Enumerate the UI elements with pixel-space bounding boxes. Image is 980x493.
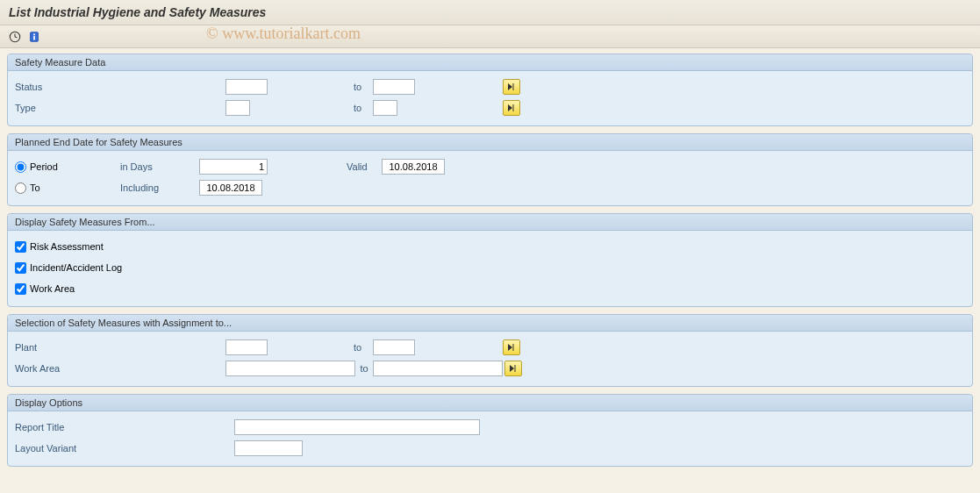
including-label: Including — [120, 182, 199, 193]
arrow-right-icon — [507, 104, 516, 112]
group-display-from: Display Safety Measures From... Risk Ass… — [7, 213, 973, 307]
workarea-from-input[interactable] — [225, 361, 355, 376]
report-title-input[interactable] — [234, 419, 480, 435]
report-title-label: Report Title — [15, 422, 129, 432]
in-days-label: in Days — [120, 161, 199, 172]
group-title: Display Safety Measures From... — [8, 214, 972, 231]
toolbar — [0, 25, 980, 48]
incident-checkbox[interactable] — [15, 262, 26, 274]
layout-variant-label: Layout Variant — [15, 443, 129, 454]
workarea-label: Work Area — [15, 363, 120, 374]
plant-label: Plant — [15, 342, 120, 353]
layout-variant-input[interactable] — [234, 440, 303, 456]
valid-label: Valid — [347, 161, 382, 172]
to-label: to — [347, 82, 373, 92]
svg-rect-4 — [33, 33, 35, 35]
workarea-to-input[interactable] — [373, 361, 503, 376]
plant-to-input[interactable] — [373, 339, 415, 355]
type-from-input[interactable] — [225, 100, 250, 116]
group-display-options: Display Options Report Title Layout Vari… — [7, 394, 973, 467]
status-to-input[interactable] — [373, 79, 415, 95]
group-title: Display Options — [8, 395, 972, 411]
risk-checkbox-wrap[interactable]: Risk Assessment — [15, 241, 104, 253]
status-multiselect-button[interactable] — [503, 79, 520, 95]
execute-button[interactable] — [7, 29, 23, 45]
incident-label: Incident/Accident Log — [30, 262, 122, 273]
svg-rect-5 — [33, 36, 35, 39]
workarea-label: Work Area — [30, 283, 75, 294]
clock-exec-icon — [9, 31, 21, 43]
plant-multiselect-button[interactable] — [503, 339, 520, 355]
content: Safety Measure Data Status to Type to — [0, 48, 980, 472]
incident-checkbox-wrap[interactable]: Incident/Accident Log — [15, 262, 122, 274]
arrow-right-icon — [509, 364, 518, 373]
days-input[interactable] — [199, 159, 268, 175]
info-icon — [28, 31, 40, 43]
workarea-checkbox[interactable] — [15, 283, 26, 295]
period-label: Period — [30, 161, 58, 172]
status-label: Status — [15, 82, 120, 92]
to-radio[interactable] — [15, 182, 26, 194]
workarea-multiselect-button[interactable] — [504, 361, 522, 376]
period-radio-wrap[interactable]: Period — [15, 161, 120, 173]
to-label-2: to — [355, 363, 373, 374]
risk-label: Risk Assessment — [30, 241, 104, 252]
group-safety-measure-data: Safety Measure Data Status to Type to — [7, 54, 973, 126]
status-from-input[interactable] — [225, 79, 268, 95]
arrow-right-icon — [507, 343, 516, 352]
group-selection-assign: Selection of Safety Measures with Assign… — [7, 314, 973, 387]
valid-date-input[interactable] — [382, 159, 445, 175]
group-title: Planned End Date for Safety Measures — [8, 134, 972, 151]
arrow-right-icon — [507, 82, 516, 91]
type-label: Type — [15, 103, 120, 113]
group-title: Selection of Safety Measures with Assign… — [8, 315, 972, 332]
group-planned-end: Planned End Date for Safety Measures Per… — [7, 133, 973, 206]
risk-checkbox[interactable] — [15, 241, 26, 253]
type-to-input[interactable] — [373, 100, 397, 116]
including-date-input[interactable] — [199, 180, 262, 196]
period-radio[interactable] — [15, 161, 26, 173]
to-radio-label: To — [30, 182, 40, 193]
to-radio-wrap[interactable]: To — [15, 182, 120, 194]
info-button[interactable] — [26, 29, 42, 45]
page-title: List Industrial Hygiene and Safety Measu… — [9, 5, 971, 19]
to-label-2: to — [347, 103, 373, 113]
svg-line-2 — [15, 37, 18, 38]
group-title: Safety Measure Data — [8, 54, 972, 71]
workarea-checkbox-wrap[interactable]: Work Area — [15, 283, 75, 295]
to-label: to — [347, 342, 373, 353]
title-bar: List Industrial Hygiene and Safety Measu… — [0, 0, 980, 25]
plant-from-input[interactable] — [225, 339, 268, 355]
type-multiselect-button[interactable] — [503, 100, 520, 116]
